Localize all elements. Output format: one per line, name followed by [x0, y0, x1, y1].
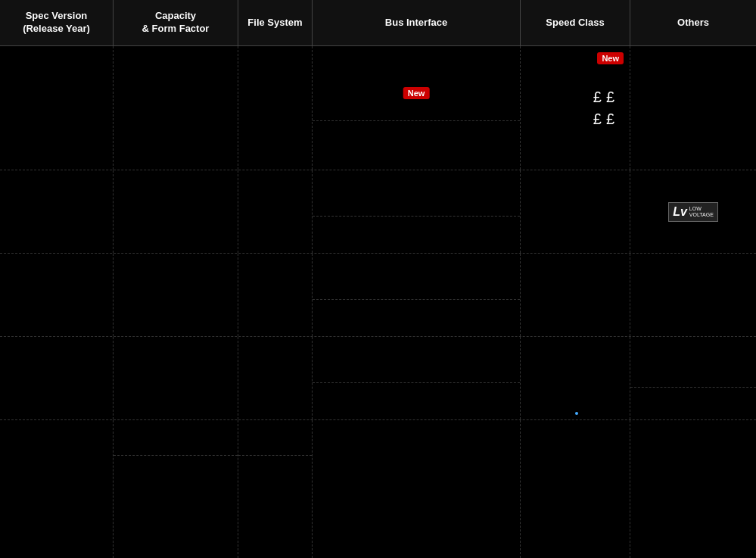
new-badge-speed: New [597, 52, 624, 64]
bus-subdivider-r4 [313, 382, 520, 383]
lv-voltage-badge: Lv LOW VOLTAGE [668, 202, 718, 222]
header-capacity: Capacity& Form Factor [114, 0, 238, 45]
cell-capacity-r4 [114, 337, 238, 419]
cell-others-r4 [630, 337, 756, 419]
table-row: Lv LOW VOLTAGE [0, 170, 756, 254]
cell-capacity-r3 [114, 254, 238, 336]
cell-speed-r2 [521, 170, 630, 253]
table-body: New New £ £ £ £ [0, 46, 756, 558]
symbol-2: £ [606, 89, 614, 106]
cell-bus-r5 [313, 420, 521, 558]
table-row [0, 337, 756, 420]
cell-filesystem-r1 [238, 46, 313, 170]
cell-speed-r4 [521, 337, 630, 419]
cell-capacity-r2 [114, 170, 238, 253]
cell-capacity-r5 [114, 420, 238, 558]
speed-symbols: £ £ £ £ [593, 89, 614, 128]
fs-subdivider-r5 [238, 455, 312, 456]
cell-spec-r3 [0, 254, 114, 336]
cell-others-r2: Lv LOW VOLTAGE [630, 170, 756, 253]
table-row: New New £ £ £ £ [0, 46, 756, 170]
main-table: Spec Version(Release Year) Capacity& For… [0, 0, 756, 558]
header-spec-version: Spec Version(Release Year) [0, 0, 114, 45]
header-capacity-combined: Capacity& Form Factor [142, 10, 210, 36]
cell-spec-r1 [0, 46, 114, 170]
header-spec-label: Spec Version(Release Year) [23, 10, 90, 36]
cell-others-r3 [630, 254, 756, 336]
lv-voltage-label: VOLTAGE [689, 212, 714, 218]
symbol-1: £ [593, 89, 602, 106]
cell-spec-r4 [0, 337, 114, 419]
header-others: Others [630, 0, 756, 45]
header-speed: Speed Class [521, 0, 630, 45]
others-subdivider-r4 [630, 387, 756, 388]
header-bus-label: Bus Interface [385, 17, 447, 30]
lv-main-text: Lv [673, 205, 687, 219]
cell-filesystem-r5 [238, 420, 313, 558]
lv-low-label: LOW [689, 206, 714, 212]
header-others-label: Others [677, 17, 709, 30]
cell-capacity-r1 [114, 46, 238, 170]
header-speed-label: Speed Class [546, 17, 604, 30]
new-badge-bus: New [403, 87, 430, 99]
cell-spec-r5 [0, 420, 114, 558]
cell-others-r5 [630, 420, 756, 558]
lv-sub-text: LOW VOLTAGE [689, 206, 714, 217]
bus-subdivider-r3 [313, 299, 520, 300]
cell-filesystem-r4 [238, 337, 313, 419]
header-filesystem: File System [238, 0, 313, 45]
cell-bus-r1: New [313, 46, 521, 170]
bus-subdivider-r2 [313, 216, 520, 217]
cell-speed-r1: New £ £ £ £ [521, 46, 630, 170]
bus-subdivider [313, 120, 520, 121]
cell-others-r1 [630, 46, 756, 170]
cell-spec-r2 [0, 170, 114, 253]
header-bus: Bus Interface [313, 0, 521, 45]
cell-speed-r5 [521, 420, 630, 558]
cell-bus-r3 [313, 254, 521, 336]
speed-indicator [575, 412, 578, 415]
symbol-3: £ [593, 111, 602, 128]
cell-filesystem-r3 [238, 254, 313, 336]
table-header: Spec Version(Release Year) Capacity& For… [0, 0, 756, 46]
cell-filesystem-r2 [238, 170, 313, 253]
cell-bus-r4 [313, 337, 521, 419]
cell-speed-r3 [521, 254, 630, 336]
cell-bus-r2 [313, 170, 521, 253]
cap-subdivider-r5 [114, 455, 238, 456]
header-filesystem-label: File System [247, 17, 302, 30]
table-row [0, 254, 756, 337]
table-row [0, 420, 756, 558]
symbol-4: £ [606, 111, 614, 128]
